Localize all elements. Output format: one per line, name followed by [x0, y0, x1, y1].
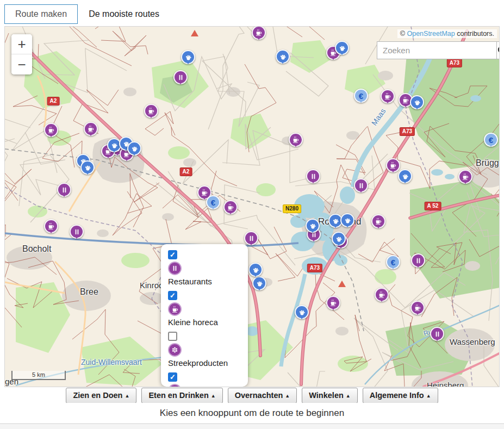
coffee-marker[interactable] — [326, 296, 340, 310]
zoom-out-button[interactable]: − — [11, 54, 32, 74]
restaurant-icon — [168, 262, 182, 275]
restaurant-marker[interactable] — [173, 70, 188, 84]
winkelen-button[interactable]: Winkelen▲ — [302, 388, 357, 403]
category-filter-popup: ✓ Restaurants ✓ Kleine horeca ✓ Streekpr… — [161, 244, 248, 387]
restaurant-marker[interactable] — [70, 225, 84, 239]
coffee-marker[interactable] — [371, 214, 385, 228]
button-label: Zien en Doen — [73, 391, 122, 400]
filter-item-kleine-horeca: ✓ Kleine horeca — [168, 291, 241, 327]
coffee-marker[interactable] — [44, 123, 58, 137]
campsite-icon[interactable] — [338, 281, 346, 287]
kleine-horeca-checkbox[interactable]: ✓ — [168, 291, 177, 300]
tab-route-maken[interactable]: Route maken — [4, 4, 78, 24]
hand-marker[interactable] — [295, 305, 309, 319]
filter-label: Streekproducten — [168, 358, 241, 368]
category-button-row: Zien en Doen▲ Eten en Drinken▲ Overnacht… — [0, 388, 504, 403]
button-label: Algemene Info — [370, 391, 424, 400]
coffee-marker[interactable] — [458, 170, 472, 184]
filter-label: Restaurants — [168, 277, 241, 286]
search-icon — [497, 45, 500, 55]
tab-mooiste-routes[interactable]: De mooiste routes — [78, 4, 170, 24]
filter-item-restaurants: ✓ Restaurants — [168, 250, 241, 286]
hand-marker[interactable] — [80, 160, 95, 175]
zoom-control: + − — [11, 34, 32, 74]
coffee-marker[interactable] — [223, 200, 238, 214]
chevron-up-icon: ▲ — [285, 393, 290, 399]
restaurant-marker[interactable] — [306, 169, 320, 183]
coffee-marker[interactable] — [144, 104, 158, 118]
euro-marker[interactable]: € — [354, 89, 368, 103]
restaurant-marker[interactable] — [57, 183, 71, 197]
zoom-in-button[interactable]: + — [11, 34, 32, 54]
attribution-suffix: contributors. — [455, 30, 494, 38]
hand-marker[interactable] — [306, 219, 320, 233]
chevron-up-icon: ▲ — [346, 393, 351, 399]
bottom-strip — [0, 425, 504, 429]
hand-marker[interactable] — [340, 213, 354, 227]
attribution-copyright: © — [400, 30, 407, 38]
map-canvas[interactable]: BocholtBreeKinrooiRoermondBrüggenWassenb… — [4, 26, 500, 387]
campsite-icon[interactable] — [191, 30, 198, 36]
search-button[interactable] — [496, 41, 500, 59]
eten-en-drinken-button[interactable]: Eten en Drinken▲ — [141, 388, 222, 403]
terras-lounge-checkbox[interactable]: ✓ — [168, 372, 177, 382]
chevron-up-icon: ▲ — [211, 393, 216, 399]
coffee-marker[interactable] — [386, 158, 400, 172]
algemene-info-button[interactable]: Algemene Info▲ — [363, 388, 438, 403]
button-label: Overnachten — [235, 391, 283, 400]
coffee-marker[interactable] — [289, 133, 303, 147]
euro-marker[interactable]: € — [206, 195, 220, 209]
coffee-icon — [168, 302, 182, 316]
coffee-marker[interactable] — [44, 219, 58, 233]
coffee-marker[interactable] — [410, 301, 425, 315]
euro-marker[interactable]: € — [484, 133, 498, 147]
chevron-up-icon: ▲ — [125, 393, 129, 399]
hand-marker[interactable] — [276, 49, 290, 64]
coffee-marker[interactable] — [375, 288, 389, 302]
flower-icon — [168, 343, 182, 357]
hand-marker[interactable] — [127, 141, 141, 156]
status-message: Kies een knooppunt om de route te beginn… — [0, 403, 504, 424]
restaurants-checkbox[interactable]: ✓ — [168, 250, 177, 259]
hand-marker[interactable] — [181, 50, 195, 64]
hand-marker[interactable] — [332, 232, 346, 246]
map-markers-layer: €€€€ — [5, 27, 499, 387]
map-scale: 5 km — [11, 371, 66, 380]
tab-bar: Route maken De mooiste routes — [4, 4, 170, 24]
search-input[interactable] — [377, 41, 496, 59]
openstreetmap-link[interactable]: OpenStreetMap — [407, 30, 455, 38]
hand-marker[interactable] — [410, 95, 424, 109]
terras-icon — [168, 384, 182, 387]
coffee-marker[interactable] — [381, 89, 395, 103]
hand-marker[interactable] — [335, 41, 349, 55]
chevron-up-icon: ▲ — [426, 393, 431, 399]
overnachten-button[interactable]: Overnachten▲ — [228, 388, 297, 403]
restaurant-marker[interactable] — [354, 178, 368, 192]
restaurant-marker[interactable] — [430, 327, 444, 341]
coffee-marker[interactable] — [84, 122, 98, 136]
streekproducten-checkbox[interactable]: ✓ — [168, 332, 177, 341]
route-planner-app: Route maken De mooiste routes — [0, 0, 504, 429]
button-label: Eten en Drinken — [148, 391, 208, 400]
coffee-marker[interactable] — [252, 26, 266, 40]
button-label: Winkelen — [309, 391, 344, 400]
restaurant-marker[interactable] — [244, 231, 258, 245]
filter-label: Kleine horeca — [168, 318, 241, 327]
restaurant-marker[interactable] — [411, 253, 425, 268]
hand-marker[interactable] — [248, 263, 263, 277]
filter-item-terras-lounge: ✓ Terras/Lounge — [168, 372, 241, 387]
map-attribution: © OpenStreetMap contributors. — [397, 29, 497, 38]
hand-marker[interactable] — [398, 169, 412, 183]
map-search — [377, 41, 497, 59]
euro-marker[interactable]: € — [386, 255, 400, 269]
filter-item-streekproducten: ✓ Streekproducten — [168, 332, 241, 368]
zien-en-doen-button[interactable]: Zien en Doen▲ — [66, 388, 136, 403]
